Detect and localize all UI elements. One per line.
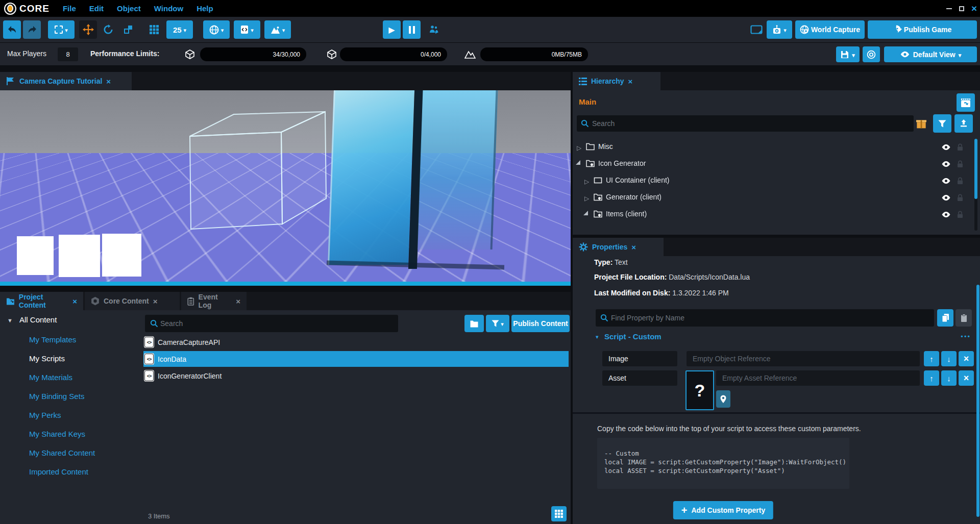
environment-dropdown[interactable] <box>203 20 230 39</box>
hierarchy-row-generator[interactable]: Generator (client) <box>573 189 973 206</box>
hierarchy-item-label[interactable]: Misc <box>598 142 613 151</box>
expand-arrow-icon[interactable] <box>584 194 589 202</box>
move-property-up-button[interactable] <box>924 351 939 366</box>
package-icon[interactable] <box>916 118 927 129</box>
hierarchy-row-ui-container[interactable]: UI Container (client) <box>573 172 973 189</box>
menu-object[interactable]: Object <box>117 4 141 13</box>
world-capture-button[interactable]: World Capture <box>795 20 865 39</box>
hierarchy-item-label[interactable]: Items (client) <box>606 210 647 218</box>
expand-arrow-icon[interactable] <box>584 177 589 185</box>
hierarchy-row-icon-generator[interactable]: Icon Generator <box>573 156 973 172</box>
undo-button[interactable] <box>3 20 21 39</box>
sidebar-item-my-shared-keys[interactable]: My Shared Keys <box>29 430 85 438</box>
hierarchy-row-items[interactable]: Items (client) <box>573 206 973 223</box>
move-property-up-button[interactable] <box>924 370 939 386</box>
close-tab-icon[interactable]: × <box>153 297 158 306</box>
tab-core-content[interactable]: Core Content × <box>85 292 180 310</box>
publish-content-button[interactable]: Publish Content <box>511 315 570 332</box>
tab-camera-capture-tutorial[interactable]: Camera Capture Tutorial × <box>0 72 132 90</box>
file-name[interactable]: IconData <box>158 355 186 363</box>
scene-capture-button[interactable] <box>957 93 975 112</box>
lock-icon[interactable] <box>957 143 964 152</box>
move-property-down-button[interactable] <box>941 370 957 386</box>
grid-size-dropdown[interactable]: 25 <box>166 20 193 39</box>
tab-event-log[interactable]: Event Log × <box>181 292 247 310</box>
visibility-eye-icon[interactable] <box>941 211 951 218</box>
3d-viewport[interactable] <box>0 90 571 282</box>
close-tab-icon[interactable]: × <box>106 77 111 86</box>
script-custom-section-label[interactable]: Script - Custom <box>604 332 662 341</box>
new-folder-button[interactable] <box>464 315 484 332</box>
image-reference-field[interactable]: Empty Object Reference <box>687 351 920 366</box>
selection-mode-dropdown[interactable] <box>48 20 75 39</box>
hierarchy-scrollbar-thumb[interactable] <box>974 139 977 199</box>
rotate-tool-button[interactable] <box>99 20 117 39</box>
close-tab-icon[interactable]: × <box>628 77 633 86</box>
sidebar-item-my-templates[interactable]: My Templates <box>29 335 76 344</box>
scale-tool-button[interactable] <box>119 20 137 39</box>
file-row-icondata-selected[interactable]: IconData <box>143 351 569 367</box>
file-row-cameracaptureapi[interactable]: CameraCaptureAPI <box>143 334 569 350</box>
lock-icon[interactable] <box>957 210 964 219</box>
redo-button[interactable] <box>23 20 41 39</box>
content-search-input[interactable] <box>145 315 398 332</box>
menu-window[interactable]: Window <box>154 4 183 13</box>
collapse-arrow-icon[interactable] <box>576 160 580 165</box>
hierarchy-export-button[interactable] <box>954 114 973 133</box>
move-tool-button[interactable] <box>79 20 97 39</box>
content-filter-dropdown[interactable] <box>486 315 509 332</box>
file-name[interactable]: CameraCaptureAPI <box>158 338 220 346</box>
pause-button[interactable] <box>403 20 421 39</box>
minimize-icon[interactable] <box>946 8 952 9</box>
snap-grid-button[interactable] <box>145 20 163 39</box>
lock-icon[interactable] <box>957 177 964 185</box>
terrain-dropdown[interactable] <box>264 20 291 39</box>
sidebar-item-my-binding-sets[interactable]: My Binding Sets <box>29 392 84 401</box>
target-button[interactable] <box>863 46 880 62</box>
asset-thumbnail[interactable]: ? <box>685 370 714 410</box>
menu-edit[interactable]: Edit <box>89 4 104 13</box>
collapse-arrow-icon[interactable] <box>583 211 588 215</box>
hierarchy-filter-button[interactable] <box>933 114 951 133</box>
close-tab-icon[interactable]: × <box>631 243 636 252</box>
menu-file[interactable]: File <box>63 4 76 13</box>
lock-icon[interactable] <box>957 160 964 168</box>
find-asset-button[interactable] <box>716 390 730 408</box>
menu-help[interactable]: Help <box>197 4 213 13</box>
file-name[interactable]: IconGeneratorClient <box>158 372 222 380</box>
grid-view-button[interactable] <box>551 506 567 521</box>
sidebar-item-my-materials[interactable]: My Materials <box>29 373 72 382</box>
collapse-arrow-icon[interactable]: ▼ <box>7 317 13 323</box>
close-window-icon[interactable]: × <box>971 4 977 13</box>
hierarchy-item-label[interactable]: Generator (client) <box>606 193 662 201</box>
restore-window-icon[interactable] <box>959 6 964 11</box>
properties-scrollbar-thumb[interactable] <box>976 285 979 517</box>
delete-property-button[interactable] <box>959 351 974 366</box>
visibility-eye-icon[interactable] <box>941 144 951 151</box>
tab-hierarchy[interactable]: Hierarchy × <box>573 72 660 90</box>
camera-capture-dropdown[interactable] <box>767 20 792 39</box>
copy-properties-button[interactable] <box>937 309 953 327</box>
default-view-dropdown[interactable]: Default View <box>884 46 977 62</box>
hierarchy-row-misc[interactable]: Misc <box>573 139 973 156</box>
visibility-eye-icon[interactable] <box>941 178 951 184</box>
close-tab-icon[interactable]: × <box>72 297 77 306</box>
sidebar-item-my-perks[interactable]: My Perks <box>29 411 61 419</box>
property-name-asset[interactable]: Asset <box>602 370 677 386</box>
preview-mode-button[interactable] <box>748 20 765 39</box>
paste-properties-button[interactable] <box>955 309 972 327</box>
tab-project-content[interactable]: Project Content × <box>0 292 83 310</box>
sidebar-item-imported-content[interactable]: Imported Content <box>29 467 88 476</box>
play-button[interactable] <box>383 20 401 39</box>
sidebar-item-all-content[interactable]: All Content <box>19 315 57 324</box>
hierarchy-item-label[interactable]: Icon Generator <box>598 159 646 167</box>
sidebar-item-my-scripts[interactable]: My Scripts <box>29 354 65 363</box>
visibility-eye-icon[interactable] <box>941 161 951 167</box>
tab-properties[interactable]: Properties × <box>573 238 664 256</box>
add-custom-property-button[interactable]: Add Custom Property <box>673 501 773 519</box>
section-collapse-arrow-icon[interactable]: ▾ <box>596 334 599 340</box>
asset-reference-field[interactable]: Empty Asset Reference <box>716 370 920 386</box>
section-more-options-icon[interactable] <box>961 332 971 340</box>
move-property-down-button[interactable] <box>941 351 957 366</box>
script-create-dropdown[interactable] <box>234 20 260 39</box>
